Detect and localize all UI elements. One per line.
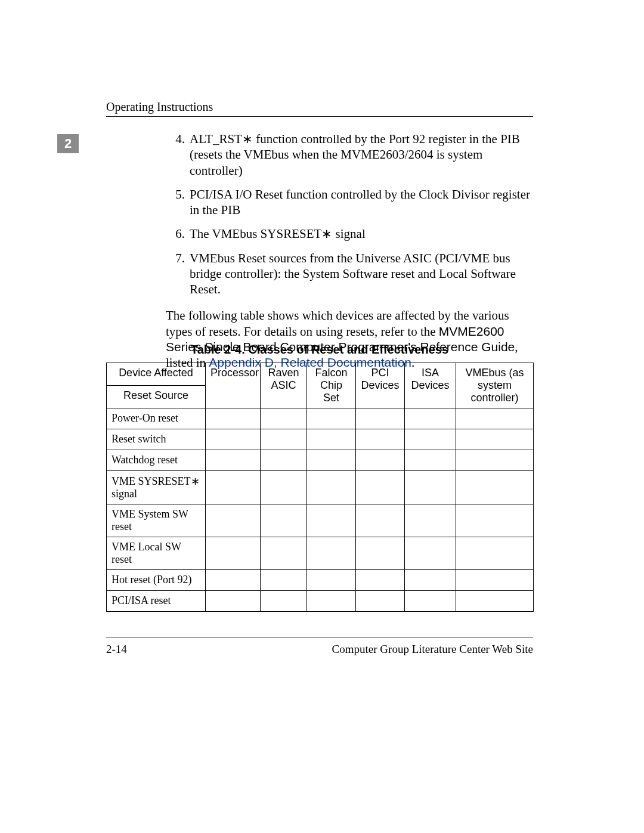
cell <box>206 471 261 504</box>
th-pci-devices: PCI Devices <box>356 363 405 408</box>
cell <box>307 450 356 471</box>
table-header-row-1: Device Affected Processor Raven ASIC Fal… <box>107 363 534 386</box>
cell <box>261 408 307 429</box>
cell <box>307 570 356 591</box>
footer-rule <box>106 637 533 637</box>
cell <box>261 570 307 591</box>
cell <box>356 570 405 591</box>
row-label: Watchdog reset <box>107 450 206 471</box>
cell <box>356 591 405 612</box>
cell <box>261 429 307 450</box>
table-row: PCI/ISA reset <box>107 591 534 612</box>
cell <box>206 537 261 570</box>
row-label: Power-On reset <box>107 408 206 429</box>
cell <box>405 450 456 471</box>
list-item: 7. VMEbus Reset sources from the Univers… <box>166 250 533 298</box>
cell <box>456 450 534 471</box>
row-label: PCI/ISA reset <box>107 591 206 612</box>
cell <box>307 429 356 450</box>
list-item: 4. ALT_RST∗ function controlled by the P… <box>166 131 533 178</box>
list-item-number: 7. <box>166 250 190 298</box>
cell <box>261 471 307 504</box>
cell <box>356 450 405 471</box>
list-item-number: 5. <box>166 187 190 218</box>
cell <box>206 408 261 429</box>
list-item: 6. The VMEbus SYSRESET∗ signal <box>166 226 533 241</box>
list-item-text: ALT_RST∗ function controlled by the Port… <box>190 131 533 178</box>
document-page: Operating Instructions 2 4. ALT_RST∗ fun… <box>0 0 644 833</box>
table-row: Power-On reset <box>107 408 534 429</box>
cell <box>261 450 307 471</box>
row-label: VME Local SW reset <box>107 537 206 570</box>
header-rule <box>106 116 533 117</box>
content-area: 4. ALT_RST∗ function controlled by the P… <box>166 131 533 376</box>
table-caption: Table 2-4. Classes of Reset and Effectiv… <box>106 343 533 357</box>
list-item-number: 4. <box>166 131 190 178</box>
th-device-affected: Device Affected <box>107 363 206 386</box>
row-label: Reset switch <box>107 429 206 450</box>
cell <box>405 504 456 537</box>
th-processor: Processor <box>206 363 261 408</box>
cell <box>405 591 456 612</box>
cell <box>456 471 534 504</box>
reset-effectiveness-table: Device Affected Processor Raven ASIC Fal… <box>106 363 534 612</box>
cell <box>356 408 405 429</box>
th-vmebus: VMEbus (as system controller) <box>456 363 534 408</box>
cell <box>456 429 534 450</box>
cell <box>405 429 456 450</box>
cell <box>307 408 356 429</box>
table-row: Reset switch <box>107 429 534 450</box>
cell <box>307 591 356 612</box>
cell <box>206 429 261 450</box>
row-label: Hot reset (Port 92) <box>107 570 206 591</box>
th-raven-asic: Raven ASIC <box>261 363 307 408</box>
table-row: Watchdog reset <box>107 450 534 471</box>
running-head: Operating Instructions <box>106 100 213 114</box>
cell <box>307 504 356 537</box>
cell <box>261 504 307 537</box>
page-number: 2-14 <box>106 643 127 656</box>
cell <box>405 570 456 591</box>
cell <box>456 570 534 591</box>
row-label: VME SYSRESET∗ signal <box>107 471 206 504</box>
th-reset-source: Reset Source <box>107 386 206 408</box>
list-item-number: 6. <box>166 226 190 241</box>
row-label: VME System SW reset <box>107 504 206 537</box>
cell <box>307 471 356 504</box>
cell <box>356 429 405 450</box>
table-row: VME Local SW reset <box>107 537 534 570</box>
cell <box>356 537 405 570</box>
cell <box>456 408 534 429</box>
cell <box>206 591 261 612</box>
cell <box>307 537 356 570</box>
cell <box>261 537 307 570</box>
list-item-text: PCI/ISA I/O Reset function controlled by… <box>190 187 533 218</box>
list-item: 5. PCI/ISA I/O Reset function controlled… <box>166 187 533 218</box>
table-row: Hot reset (Port 92) <box>107 570 534 591</box>
table-row: VME SYSRESET∗ signal <box>107 471 534 504</box>
cell <box>405 408 456 429</box>
cell <box>356 504 405 537</box>
cell <box>356 471 405 504</box>
numbered-list: 4. ALT_RST∗ function controlled by the P… <box>166 131 533 297</box>
th-falcon-chip-set: Falcon Chip Set <box>307 363 356 408</box>
footer-right-text: Computer Group Literature Center Web Sit… <box>332 643 533 656</box>
cell <box>206 504 261 537</box>
cell <box>206 570 261 591</box>
table-row: VME System SW reset <box>107 504 534 537</box>
cell <box>206 450 261 471</box>
cell <box>405 537 456 570</box>
list-item-text: The VMEbus SYSRESET∗ signal <box>190 226 533 241</box>
cell <box>456 537 534 570</box>
cell <box>456 591 534 612</box>
chapter-tab: 2 <box>57 134 79 153</box>
cell <box>456 504 534 537</box>
intro-paragraph: The following table shows which devices … <box>166 308 533 370</box>
th-isa-devices: ISA Devices <box>405 363 456 408</box>
cell <box>261 591 307 612</box>
cell <box>405 471 456 504</box>
list-item-text: VMEbus Reset sources from the Universe A… <box>190 250 533 298</box>
